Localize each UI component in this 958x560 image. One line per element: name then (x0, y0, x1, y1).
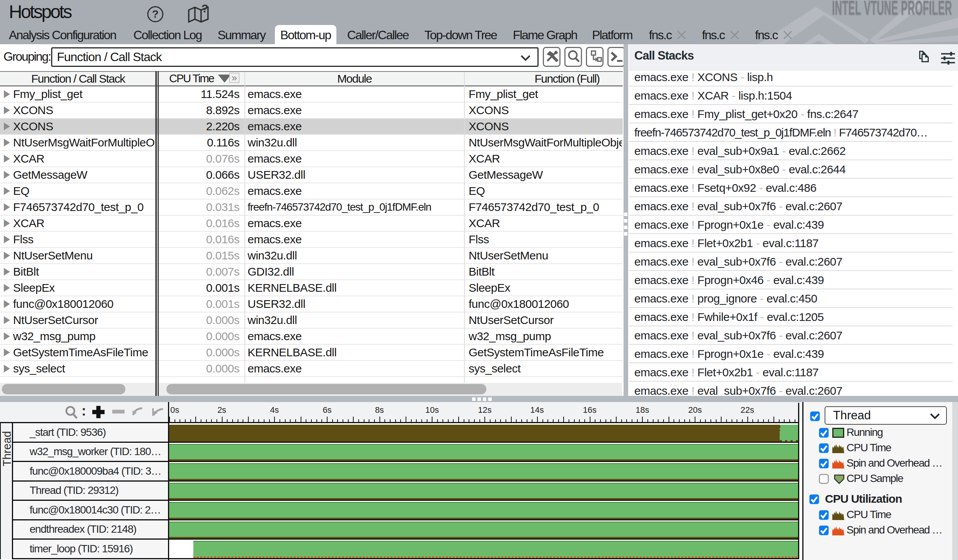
svg-text:?: ? (201, 3, 208, 15)
svg-text:?: ? (152, 8, 158, 20)
